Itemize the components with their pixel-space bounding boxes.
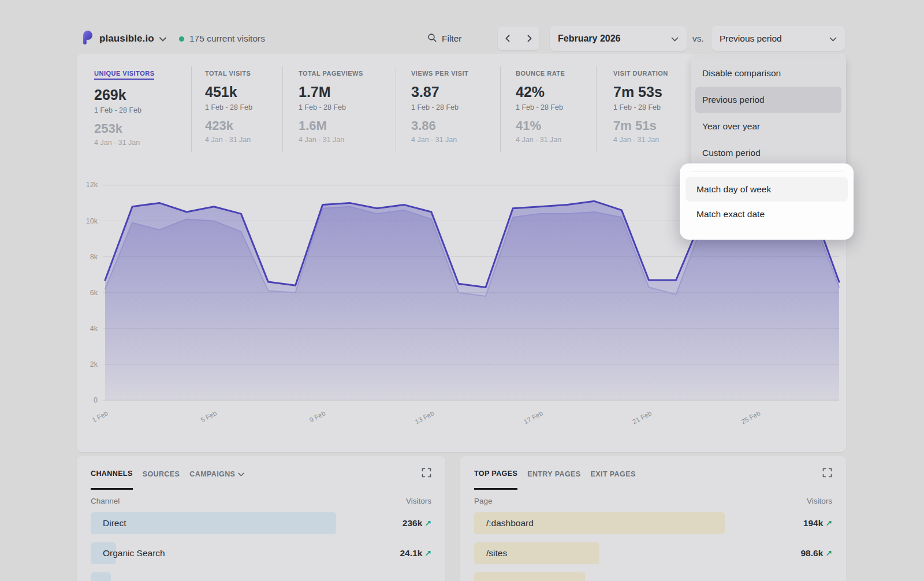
stat-period: 1 Feb - 28 Feb xyxy=(299,103,363,111)
menu-item-match-day-of-week[interactable]: Match day of week xyxy=(685,177,848,202)
stat-value: 451k xyxy=(205,84,252,100)
stat-prev-period: 4 Jan - 31 Jan xyxy=(205,136,252,144)
trend-up-arrow-icon: ↗ xyxy=(825,519,832,528)
svg-text:12k: 12k xyxy=(86,181,98,189)
comparison-dropdown-menu: Disable comparisonPrevious periodYear ov… xyxy=(691,57,846,172)
trend-up-arrow-icon: ↗ xyxy=(424,519,431,528)
date-nav xyxy=(498,27,539,50)
expand-icon[interactable] xyxy=(421,468,431,478)
stat-metric-total-pageviews[interactable]: TOTAL PAGEVIEWS1.7M1 Feb - 28 Feb1.6M4 J… xyxy=(299,70,363,144)
date-range-select[interactable]: February 2026 xyxy=(550,26,687,51)
stat-value: 7m 53s xyxy=(613,84,668,100)
chevron-down-icon xyxy=(671,33,679,44)
stat-value: 3.87 xyxy=(411,84,468,100)
search-icon xyxy=(427,33,437,45)
stat-label: VIEWS PER VISIT xyxy=(411,70,468,77)
stat-metric-visit-duration[interactable]: VISIT DURATION7m 53s1 Feb - 28 Feb7m 51s… xyxy=(613,70,668,144)
pages-panel: TOP PAGESENTRY PAGESEXIT PAGES Page Visi… xyxy=(460,456,846,581)
table-row[interactable]: /:dashboard194k↗ xyxy=(474,511,832,536)
svg-text:9 Feb: 9 Feb xyxy=(308,409,327,423)
stat-value: 1.7M xyxy=(299,84,363,100)
tab-entry-pages[interactable]: ENTRY PAGES xyxy=(527,457,580,489)
prev-period-arrow-button[interactable] xyxy=(498,27,519,50)
svg-text:5 Feb: 5 Feb xyxy=(200,409,218,423)
comparison-select[interactable]: Previous period xyxy=(711,26,845,51)
stat-value: 42% xyxy=(516,84,565,100)
site-name: plausible.io xyxy=(99,33,154,44)
visitors-column-header: Visitors xyxy=(807,497,832,505)
tab-label: SOURCES xyxy=(143,470,180,478)
stat-prev-period: 4 Jan - 31 Jan xyxy=(94,139,154,147)
menu-item-custom-period[interactable]: Custom period xyxy=(695,140,841,166)
row-value: 98.6k↗ xyxy=(800,541,832,566)
table-row[interactable] xyxy=(91,571,431,581)
menu-separator xyxy=(691,172,843,172)
row-bar xyxy=(91,512,336,534)
next-period-arrow-button[interactable] xyxy=(519,27,539,50)
table-row[interactable]: Organic Search24.1k↗ xyxy=(91,541,431,566)
filter-button[interactable]: Filter xyxy=(427,26,461,51)
current-visitors-label: 175 current visitors xyxy=(189,33,265,44)
match-options-panel: Match day of weekMatch exact date xyxy=(680,163,854,240)
visitors-column-header: Visitors xyxy=(406,497,431,505)
menu-item-previous-period[interactable]: Previous period xyxy=(695,87,841,113)
tab-campaigns[interactable]: CAMPAIGNS xyxy=(189,457,244,489)
visitors-count: 98.6k xyxy=(800,548,823,558)
visitors-count: 24.1k xyxy=(400,548,422,558)
stat-period: 1 Feb - 28 Feb xyxy=(613,103,668,111)
channels-panel: CHANNELSSOURCESCAMPAIGNS Channel Visitor… xyxy=(77,456,445,581)
stat-period: 1 Feb - 28 Feb xyxy=(516,103,565,111)
tab-exit-pages[interactable]: EXIT PAGES xyxy=(591,457,636,489)
tab-top-pages[interactable]: TOP PAGES xyxy=(474,457,517,490)
stat-prev-value: 7m 51s xyxy=(613,118,668,133)
svg-text:4k: 4k xyxy=(90,325,98,333)
stat-prev-value: 3.86 xyxy=(411,118,468,133)
stat-prev-value: 41% xyxy=(516,118,565,133)
stat-prev-value: 423k xyxy=(205,118,252,133)
stat-metric-total-visits[interactable]: TOTAL VISITS451k1 Feb - 28 Feb423k4 Jan … xyxy=(205,70,252,144)
channel-column-header: Channel xyxy=(91,497,120,505)
menu-item-disable-comparison[interactable]: Disable comparison xyxy=(695,60,841,87)
stat-divider xyxy=(596,66,597,152)
chevron-down-icon xyxy=(829,33,837,44)
filter-label: Filter xyxy=(442,33,461,44)
table-row[interactable]: /sites98.6k↗ xyxy=(474,541,832,566)
stat-metric-unique-visitors[interactable]: UNIQUE VISITORS269k1 Feb - 28 Feb253k4 J… xyxy=(94,70,154,147)
svg-text:1 Feb: 1 Feb xyxy=(91,409,109,423)
tab-label: CHANNELS xyxy=(91,470,133,478)
tab-channels[interactable]: CHANNELS xyxy=(91,457,133,490)
row-value: 236k↗ xyxy=(403,511,431,536)
svg-text:21 Feb: 21 Feb xyxy=(631,409,653,425)
tab-label: CAMPAIGNS xyxy=(189,470,235,478)
page-column-header: Page xyxy=(474,497,493,505)
site-switcher[interactable]: plausible.io xyxy=(79,26,166,51)
row-label: /sites xyxy=(486,541,507,566)
stat-prev-value: 1.6M xyxy=(299,118,363,133)
stat-prev-period: 4 Jan - 31 Jan xyxy=(613,136,668,144)
stat-metric-views-per-visit[interactable]: VIEWS PER VISIT3.871 Feb - 28 Feb3.864 J… xyxy=(411,70,468,144)
date-range-label: February 2026 xyxy=(558,33,621,44)
menu-item-year-over-year[interactable]: Year over year xyxy=(695,113,841,140)
stat-metric-bounce-rate[interactable]: BOUNCE RATE42%1 Feb - 28 Feb41%4 Jan - 3… xyxy=(516,70,565,144)
row-bar xyxy=(474,572,585,581)
chevron-down-icon xyxy=(159,33,166,44)
row-value: 24.1k↗ xyxy=(400,541,431,566)
row-bar xyxy=(91,572,111,581)
tab-label: ENTRY PAGES xyxy=(527,470,580,478)
stat-label: TOTAL VISITS xyxy=(205,70,252,77)
row-value: 194k↗ xyxy=(803,511,832,536)
current-visitors[interactable]: 175 current visitors xyxy=(179,26,265,51)
stat-label: UNIQUE VISITORS xyxy=(94,70,154,80)
table-row[interactable]: Direct236k↗ xyxy=(91,511,431,536)
row-label: Direct xyxy=(103,511,126,536)
stat-divider xyxy=(396,66,396,152)
menu-item-match-exact-date[interactable]: Match exact date xyxy=(685,202,848,226)
stat-divider xyxy=(191,66,192,152)
stat-label: TOTAL PAGEVIEWS xyxy=(299,70,363,77)
table-row[interactable] xyxy=(474,571,832,581)
stat-period: 1 Feb - 28 Feb xyxy=(205,103,252,111)
svg-text:25 Feb: 25 Feb xyxy=(740,409,761,425)
stat-label: VISIT DURATION xyxy=(613,70,668,77)
expand-icon[interactable] xyxy=(822,468,832,478)
tab-sources[interactable]: SOURCES xyxy=(143,457,180,489)
